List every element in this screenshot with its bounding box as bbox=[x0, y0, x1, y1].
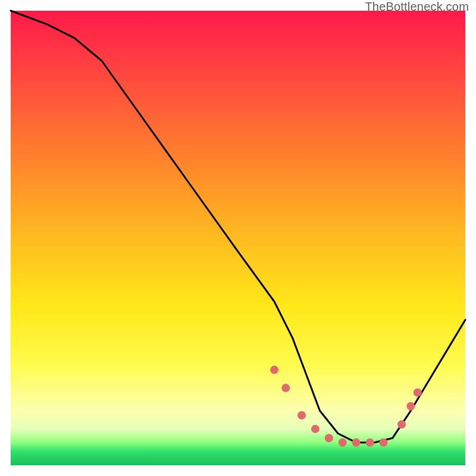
watermark-text: TheBottleneck.com bbox=[365, 0, 469, 14]
chart-canvas: TheBottleneck.com bbox=[0, 0, 476, 476]
chart-background-gradient bbox=[11, 11, 465, 465]
